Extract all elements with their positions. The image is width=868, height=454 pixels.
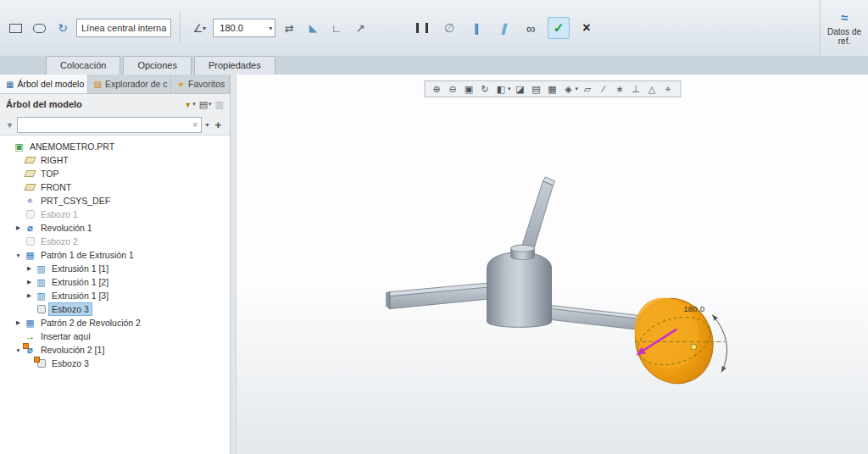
tree-item-patr-n-2-de-revoluci-n-2[interactable]: ▶Patrón 2 de Revolución 2: [0, 316, 230, 329]
tree-item-esbozo-3[interactable]: Esbozo 3: [0, 357, 230, 370]
model-arm-left[interactable]: [387, 283, 492, 309]
tab-favorites[interactable]: ★ Favoritos: [171, 75, 230, 93]
centerline-type-combo[interactable]: Línea central interna: [76, 19, 171, 37]
tree-item-insertar-aqu-[interactable]: Insertar aquí: [0, 329, 230, 343]
tree-search-input[interactable]: [21, 119, 190, 130]
axis-display-icon[interactable]: ∕: [596, 82, 611, 96]
expand-arrow-icon[interactable]: ▶: [25, 265, 33, 272]
tab-opciones[interactable]: Opciones: [123, 56, 191, 75]
model-tree-icon: ▦: [6, 80, 14, 89]
preview-icon: [501, 22, 507, 35]
tree-item-top[interactable]: TOP: [0, 167, 230, 180]
tab-propiedades[interactable]: Propiedades: [194, 56, 275, 75]
plane-display-icon[interactable]: ▱: [580, 82, 595, 96]
capture-icon[interactable]: ▤: [529, 82, 544, 96]
verify-feature-button[interactable]: [466, 18, 487, 38]
angle-value-combo[interactable]: ▾: [213, 19, 275, 37]
display-style-icon[interactable]: ◧: [493, 82, 509, 96]
angle-input[interactable]: [218, 22, 257, 34]
sketch-icon: [25, 236, 36, 246]
tree-item-esbozo-1[interactable]: Esbozo 1: [0, 208, 230, 221]
tree-item-front[interactable]: FRONT: [0, 180, 230, 194]
tree-item-revoluci-n-1[interactable]: ▶Revolución 1: [0, 221, 230, 235]
tree-settings-button[interactable]: ▾: [199, 99, 212, 110]
insert-icon: [25, 331, 36, 341]
flip-direction-button[interactable]: [279, 18, 299, 38]
angle-dimension-button[interactable]: ▾: [189, 18, 209, 38]
tree-item-revoluci-n-2-1-[interactable]: ▼Revolución 2 [1]: [0, 343, 230, 357]
model-body[interactable]: [487, 245, 552, 327]
tree-item-prt-csys-def[interactable]: PRT_CSYS_DEF: [0, 194, 230, 208]
dimension-label[interactable]: 180.0: [683, 304, 704, 313]
tree-item-esbozo-2[interactable]: Esbozo 2: [0, 235, 230, 248]
tree-item-extrusi-n-1-3-[interactable]: ▶Extrusión 1 [3]: [0, 289, 230, 302]
tree-item-extrusi-n-1-2-[interactable]: ▶Extrusión 1 [2]: [0, 275, 230, 289]
spin-center-icon[interactable]: ⌖: [660, 82, 676, 96]
chevron-down-icon: ▾: [192, 101, 196, 108]
spin-icon: [58, 21, 68, 35]
chevron-down-icon[interactable]: ▾: [205, 121, 209, 129]
tab-model-tree[interactable]: ▦ Árbol del modelo: [0, 75, 88, 93]
view-manager-icon[interactable]: ▦: [545, 82, 560, 96]
clear-search-icon[interactable]: ×: [192, 119, 198, 130]
repaint-icon[interactable]: ↻: [477, 82, 492, 96]
ref-data-group[interactable]: Datos de ref.: [820, 0, 868, 56]
dropdown-caret-icon[interactable]: ▾: [576, 86, 579, 92]
chevron-down-icon[interactable]: ▾: [269, 25, 272, 32]
section-view-icon[interactable]: ◪: [513, 82, 528, 96]
expand-arrow-icon[interactable]: ▼: [14, 347, 22, 353]
select-region-button[interactable]: [29, 18, 49, 38]
symmetric-button[interactable]: [350, 18, 370, 38]
expand-arrow-icon[interactable]: ▼: [14, 252, 22, 258]
datum-display-icon[interactable]: ◈: [561, 82, 576, 96]
select-rectangle-button[interactable]: [5, 18, 25, 38]
expand-arrow-icon[interactable]: ▶: [25, 279, 33, 285]
sketch-icon: [25, 209, 36, 219]
main-area: ▦ Árbol del modelo ▨ Explorador de c ★ F…: [0, 75, 868, 454]
graphics-area[interactable]: 180.0: [236, 75, 868, 453]
tab-folder-browser[interactable]: ▨ Explorador de c: [88, 75, 172, 93]
reference-data-icon: [841, 10, 848, 25]
zoom-in-icon[interactable]: ⊕: [429, 82, 444, 96]
graphics-viewport[interactable]: ⊕⊖▣↻◧▾◪▤▦◈▾▱∕∗⊥△⌖: [236, 75, 868, 454]
tree-filters-button[interactable]: ▾: [184, 100, 195, 109]
accept-button[interactable]: [548, 17, 570, 39]
annotation-display-icon[interactable]: △: [644, 82, 659, 96]
tree-item-anemometro-prt[interactable]: ANEMOMETRO.PRT: [0, 140, 230, 153]
tree-item-right[interactable]: RIGHT: [0, 153, 230, 167]
expand-arrow-icon[interactable]: ▶: [25, 292, 33, 299]
csys-icon: [25, 196, 36, 206]
expand-arrow-icon[interactable]: ▶: [14, 224, 22, 231]
add-filter-button[interactable]: +: [212, 119, 224, 131]
pause-button[interactable]: [412, 18, 432, 38]
hatched-triangle-icon: [309, 22, 317, 34]
panel-splitter[interactable]: [231, 75, 236, 454]
point-display-icon[interactable]: ∗: [612, 82, 627, 96]
filter-funnel-icon: [6, 119, 14, 130]
remove-material-button[interactable]: [303, 18, 323, 38]
refit-icon[interactable]: ▣: [461, 82, 476, 96]
zoom-out-icon[interactable]: ⊖: [445, 82, 460, 96]
thicken-sketch-button[interactable]: [326, 18, 347, 38]
tree-item-patr-n-1-de-extrusi-n-1[interactable]: ▼Patrón 1 de Extrusión 1: [0, 248, 230, 262]
expand-arrow-icon[interactable]: ▶: [14, 319, 22, 326]
tree-search-box[interactable]: ×: [17, 117, 202, 133]
revolve-preview-cup[interactable]: [623, 287, 726, 396]
tree-columns-button[interactable]: [215, 99, 224, 110]
tree-item-esbozo-3[interactable]: Esbozo 3: [0, 302, 230, 316]
dropdown-caret-icon[interactable]: ▾: [508, 86, 511, 92]
tab-folder-browser-label: Explorador de c: [105, 79, 168, 89]
no-preview-button[interactable]: [439, 18, 459, 38]
tree-item-label: Extrusión 1 [1]: [49, 263, 111, 274]
tree-item-label: Esbozo 2: [38, 235, 81, 247]
cancel-button[interactable]: [576, 18, 597, 38]
diagonal-arrows-icon: [356, 22, 365, 35]
tab-colocacion[interactable]: Colocación: [46, 56, 120, 75]
csys-display-icon[interactable]: ⊥: [628, 82, 643, 96]
center-point[interactable]: [691, 344, 697, 350]
tree-item-extrusi-n-1-1-[interactable]: ▶Extrusión 1 [1]: [0, 262, 230, 275]
spin-tool-button[interactable]: [53, 18, 73, 38]
attached-preview-button[interactable]: [493, 18, 514, 38]
geometry-preview-button[interactable]: [520, 18, 541, 38]
modified-badge: [34, 357, 40, 363]
